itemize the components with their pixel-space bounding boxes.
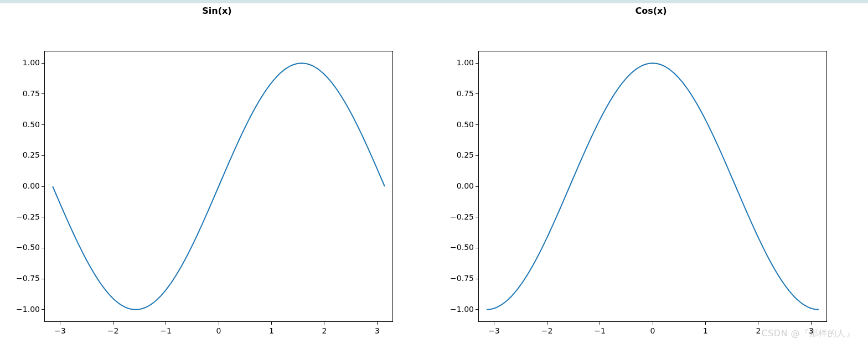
- y-tick-label: 0.25: [457, 150, 474, 159]
- tick-mark: [42, 248, 44, 248]
- tick-mark: [476, 217, 478, 217]
- tick-mark: [547, 322, 547, 325]
- tick-mark: [42, 217, 44, 217]
- plot-area-sin: −1.00−0.75−0.50−0.250.000.250.500.751.00…: [44, 51, 393, 322]
- tick-mark: [42, 186, 44, 187]
- y-tick-label: −1.00: [450, 305, 474, 314]
- tick-mark: [476, 248, 478, 248]
- tick-mark: [42, 63, 44, 64]
- y-tick-label: 0.75: [457, 89, 474, 98]
- tick-mark: [476, 155, 478, 156]
- tick-mark: [377, 322, 378, 325]
- x-tick-label: 1: [703, 326, 708, 335]
- tick-mark: [113, 322, 113, 325]
- tick-mark: [42, 124, 44, 125]
- y-tick-label: −0.75: [16, 274, 40, 283]
- chart-title-sin: Sin(x): [0, 3, 434, 20]
- tick-mark: [653, 322, 653, 325]
- x-tick-label: −1: [594, 326, 606, 335]
- y-tick-label: 0.50: [23, 120, 40, 129]
- x-tick-label: 3: [375, 326, 380, 335]
- chart-title-cos: Cos(x): [434, 3, 868, 20]
- tick-mark: [42, 279, 44, 279]
- y-tick-label: 0.75: [23, 89, 40, 98]
- y-tick-label: 0.50: [457, 120, 474, 129]
- tick-mark: [705, 322, 706, 325]
- y-tick-label: 1.00: [23, 58, 40, 67]
- tick-mark: [600, 322, 600, 325]
- tick-mark: [494, 322, 494, 325]
- y-tick-label: −0.50: [450, 243, 474, 252]
- tick-mark: [476, 279, 478, 279]
- tick-mark: [271, 322, 272, 325]
- x-tick-label: 2: [756, 326, 761, 335]
- tick-mark: [42, 155, 44, 156]
- chart-panel-sin: Sin(x) −1.00−0.75−0.50−0.250.000.250.500…: [0, 3, 434, 344]
- tick-mark: [166, 322, 166, 325]
- tick-mark: [476, 93, 478, 94]
- y-tick-label: −0.25: [450, 212, 474, 221]
- tick-mark: [219, 322, 219, 325]
- y-tick-label: 0.00: [23, 181, 40, 190]
- charts-container: Sin(x) −1.00−0.75−0.50−0.250.000.250.500…: [0, 3, 868, 344]
- y-tick-label: −1.00: [16, 305, 40, 314]
- x-tick-label: −3: [54, 326, 66, 335]
- cos-curve: [478, 51, 827, 322]
- x-tick-label: −1: [160, 326, 172, 335]
- tick-mark: [476, 309, 478, 310]
- plot-area-cos: −1.00−0.75−0.50−0.250.000.250.500.751.00…: [478, 51, 827, 322]
- tick-mark: [42, 309, 44, 310]
- tick-mark: [476, 63, 478, 64]
- y-tick-label: 0.25: [23, 150, 40, 159]
- sin-curve: [44, 51, 393, 322]
- tick-mark: [811, 322, 812, 325]
- x-tick-label: 1: [269, 326, 274, 335]
- x-tick-label: 2: [322, 326, 327, 335]
- x-tick-label: 0: [216, 326, 221, 335]
- tick-mark: [60, 322, 60, 325]
- x-tick-label: −2: [541, 326, 553, 335]
- x-tick-label: −3: [488, 326, 500, 335]
- tick-mark: [324, 322, 324, 325]
- tick-mark: [476, 124, 478, 125]
- x-tick-label: 3: [809, 326, 814, 335]
- tick-mark: [476, 186, 478, 187]
- tick-mark: [758, 322, 758, 325]
- x-tick-label: −2: [107, 326, 119, 335]
- x-tick-label: 0: [650, 326, 655, 335]
- y-tick-label: −0.50: [16, 243, 40, 252]
- y-tick-label: −0.25: [16, 212, 40, 221]
- chart-panel-cos: Cos(x) −1.00−0.75−0.50−0.250.000.250.500…: [434, 3, 868, 344]
- tick-mark: [42, 93, 44, 94]
- y-tick-label: 0.00: [457, 181, 474, 190]
- y-tick-label: −0.75: [450, 274, 474, 283]
- y-tick-label: 1.00: [457, 58, 474, 67]
